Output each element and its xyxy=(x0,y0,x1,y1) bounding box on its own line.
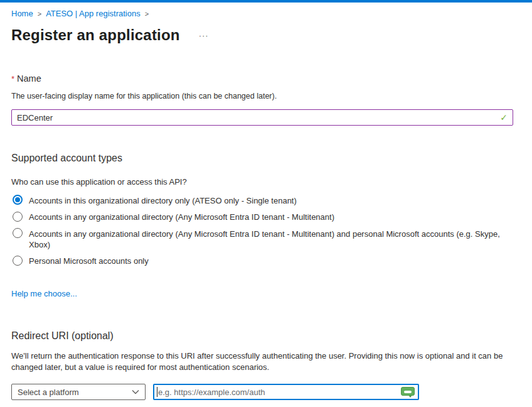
chevron-down-icon xyxy=(132,389,139,394)
redirect-uri-description: We'll return the authentication response… xyxy=(11,350,513,373)
breadcrumb: Home > ATESO | App registrations > xyxy=(11,9,513,18)
redirect-uri-heading: Redirect URI (optional) xyxy=(11,330,513,342)
platform-select-value: Select a platform xyxy=(18,388,79,397)
required-asterisk: * xyxy=(11,74,14,84)
radio-button-icon[interactable] xyxy=(13,228,23,238)
input-helper-bubble-icon[interactable] xyxy=(401,387,415,396)
radio-button-icon[interactable] xyxy=(13,212,23,222)
name-label-text: Name xyxy=(17,73,41,84)
platform-select-dropdown[interactable]: Select a platform xyxy=(11,384,146,400)
redirect-uri-input-container xyxy=(153,384,419,400)
radio-option-label: Accounts in any organizational directory… xyxy=(29,228,513,250)
breadcrumb-separator-icon: > xyxy=(38,10,41,18)
page-header: Register an application ··· xyxy=(11,26,513,44)
radio-option-0[interactable]: Accounts in this organizational director… xyxy=(11,195,513,206)
radio-button-icon[interactable] xyxy=(13,195,23,205)
name-field-label: *Name xyxy=(11,73,513,84)
page-title: Register an application xyxy=(11,26,180,44)
breadcrumb-separator-icon: > xyxy=(145,10,149,18)
radio-option-3[interactable]: Personal Microsoft accounts only xyxy=(11,256,513,267)
breadcrumb-app-registrations-link[interactable]: ATESO | App registrations xyxy=(46,9,141,18)
help-me-choose-link[interactable]: Help me choose... xyxy=(11,289,77,298)
supported-account-types-heading: Supported account types xyxy=(11,153,513,164)
more-options-icon[interactable]: ··· xyxy=(199,31,209,40)
radio-option-1[interactable]: Accounts in any organizational directory… xyxy=(11,212,513,223)
name-field-hint: The user-facing display name for this ap… xyxy=(11,92,513,100)
account-types-radio-group: Accounts in this organizational director… xyxy=(11,195,513,266)
redirect-uri-input[interactable] xyxy=(153,384,419,400)
name-input[interactable] xyxy=(11,109,513,126)
radio-option-label: Accounts in any organizational directory… xyxy=(29,212,334,223)
account-types-question: Who can use this application or access t… xyxy=(11,177,513,187)
name-input-container: ✓ xyxy=(11,109,513,126)
breadcrumb-home-link[interactable]: Home xyxy=(11,9,33,18)
radio-option-label: Personal Microsoft accounts only xyxy=(29,256,149,267)
radio-button-icon[interactable] xyxy=(13,256,23,266)
portal-accent-bar xyxy=(0,0,532,3)
radio-option-2[interactable]: Accounts in any organizational directory… xyxy=(11,228,513,250)
radio-option-label: Accounts in this organizational director… xyxy=(29,195,297,206)
redirect-uri-controls: Select a platform xyxy=(11,384,513,400)
register-application-page: Home > ATESO | App registrations > Regis… xyxy=(0,9,532,400)
